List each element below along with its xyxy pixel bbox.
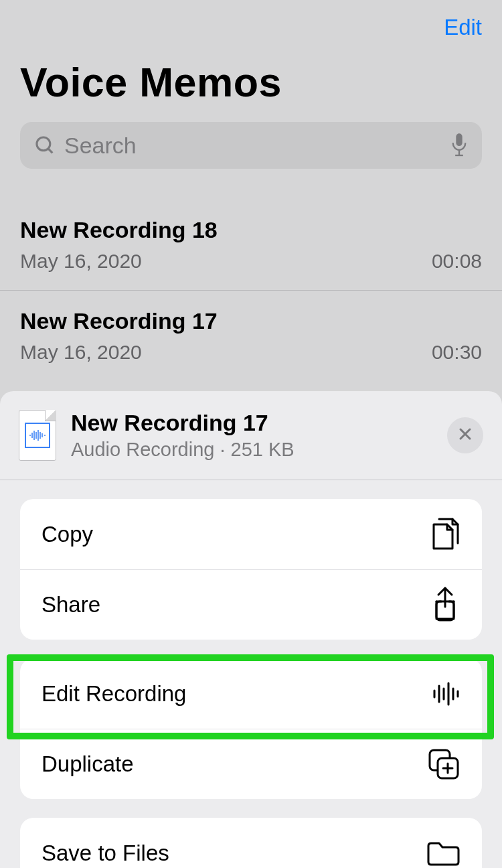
close-icon [457, 426, 473, 445]
list-item[interactable]: New Recording 18 May 16, 2020 00:08 [0, 200, 502, 291]
menu-group: Save to Files [20, 818, 482, 868]
menu-item-save-to-files[interactable]: Save to Files [20, 818, 482, 868]
header: Edit Voice Memos Search [0, 0, 502, 200]
sheet-title: New Recording 17 [71, 410, 447, 436]
search-placeholder: Search [64, 133, 450, 159]
list-item[interactable]: New Recording 17 May 16, 2020 00:30 [0, 291, 502, 381]
menu-label: Copy [41, 522, 93, 547]
recording-title: New Recording 17 [20, 308, 482, 334]
search-input[interactable]: Search [20, 122, 482, 169]
microphone-icon[interactable] [450, 132, 469, 159]
copy-icon [427, 515, 461, 554]
menu-item-copy[interactable]: Copy [20, 499, 482, 569]
sheet-header: New Recording 17 Audio Recording · 251 K… [0, 391, 502, 480]
menu-label: Edit Recording [41, 681, 186, 707]
waveform-icon [432, 680, 461, 707]
recordings-list: New Recording 18 May 16, 2020 00:08 New … [0, 200, 502, 381]
close-button[interactable] [447, 417, 483, 453]
sheet-subtitle: Audio Recording · 251 KB [71, 439, 447, 461]
recording-title: New Recording 18 [20, 217, 482, 243]
svg-point-0 [37, 137, 50, 151]
menu-label: Duplicate [41, 751, 134, 777]
svg-rect-2 [456, 133, 462, 146]
menu-label: Save to Files [41, 841, 169, 866]
recording-date: May 16, 2020 [20, 250, 142, 273]
recording-duration: 00:08 [432, 250, 482, 273]
share-icon [430, 585, 461, 624]
page-title: Voice Memos [20, 59, 482, 106]
menu-group: Copy Share [20, 499, 482, 640]
duplicate-icon [427, 747, 461, 781]
menu-label: Share [41, 592, 100, 618]
menu-group: Edit Recording Duplicate [20, 658, 482, 799]
search-icon [33, 134, 56, 157]
audio-file-icon [19, 410, 56, 461]
edit-button[interactable]: Edit [20, 15, 482, 40]
recording-date: May 16, 2020 [20, 341, 142, 364]
folder-icon [426, 839, 461, 867]
menu-item-share[interactable]: Share [20, 569, 482, 640]
menu-item-edit-recording[interactable]: Edit Recording [20, 658, 482, 729]
menu-item-duplicate[interactable]: Duplicate [20, 729, 482, 799]
recording-duration: 00:30 [432, 341, 482, 364]
action-sheet: New Recording 17 Audio Recording · 251 K… [0, 391, 502, 868]
svg-line-1 [48, 149, 52, 153]
